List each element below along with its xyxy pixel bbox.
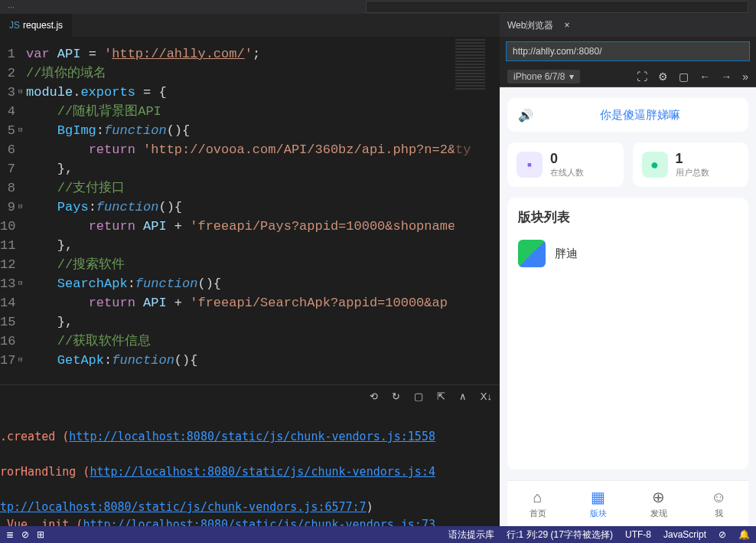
nav-item-2[interactable]: ⊕发现 bbox=[650, 488, 667, 519]
nav-item-1[interactable]: ▦版块 bbox=[590, 488, 607, 519]
stat-number: 1 bbox=[676, 151, 709, 167]
debug-continue-icon[interactable]: ↻ bbox=[392, 391, 400, 402]
status-icon[interactable]: ≣ bbox=[6, 529, 14, 540]
status-icon[interactable]: ⊞ bbox=[37, 529, 44, 540]
stat-label: 用户总数 bbox=[676, 167, 709, 178]
url-input[interactable]: http://ahlly.com/:8080/ bbox=[506, 41, 750, 61]
bell-icon[interactable]: 🔔 bbox=[738, 529, 750, 540]
stat-online[interactable]: ▪ 0 在线人数 bbox=[507, 142, 624, 187]
browser-tab[interactable]: Web浏览器 × bbox=[500, 14, 756, 37]
minimap[interactable] bbox=[454, 37, 500, 384]
stats-row: ▪ 0 在线人数 ● 1 用户总数 bbox=[507, 142, 748, 187]
js-icon: JS bbox=[9, 20, 20, 31]
back-icon[interactable]: ← bbox=[699, 70, 710, 83]
debug-up-icon[interactable]: ∧ bbox=[459, 391, 467, 402]
status-encoding[interactable]: UTF-8 bbox=[625, 529, 651, 540]
notice-text: 你是傻逼胖娣嘛 bbox=[600, 108, 680, 123]
more-icon[interactable]: » bbox=[742, 70, 748, 83]
app-icon bbox=[518, 240, 546, 267]
debug-close-icon[interactable]: X↓ bbox=[481, 391, 492, 402]
forward-icon[interactable]: → bbox=[721, 70, 732, 83]
nav-item-3[interactable]: ☺我 bbox=[711, 489, 726, 519]
notice-bar[interactable]: 🔊 你是傻逼胖娣嘛 bbox=[507, 98, 748, 132]
nav-item-0[interactable]: ⌂首页 bbox=[530, 489, 546, 519]
debug-toolbar: ⟲ ↻ ▢ ⇱ ∧ X↓ bbox=[0, 384, 500, 407]
tab-label: request.js bbox=[23, 20, 63, 31]
top-search-box[interactable] bbox=[366, 1, 748, 13]
list-item[interactable]: 胖迪 bbox=[518, 235, 738, 272]
status-position[interactable]: 行:1 列:29 (17字符被选择) bbox=[507, 528, 613, 541]
stat-number: 0 bbox=[550, 151, 584, 167]
open-external-icon[interactable]: ▢ bbox=[679, 70, 689, 83]
screenshot-icon[interactable]: ⛶ bbox=[637, 70, 647, 83]
status-language[interactable]: JavaScript bbox=[663, 529, 706, 540]
debug-stop-icon[interactable]: ▢ bbox=[414, 391, 423, 402]
browser-panel: Web浏览器 × http://ahlly.com/:8080/ iPhone … bbox=[500, 14, 756, 526]
code-editor[interactable]: 1var API = 'http://ahlly.com/';2//填你的域名3… bbox=[0, 37, 500, 384]
close-icon[interactable]: × bbox=[564, 20, 569, 31]
stat-label: 在线人数 bbox=[550, 167, 584, 178]
status-hint[interactable]: 语法提示库 bbox=[448, 528, 494, 541]
bottom-nav: ⌂首页▦版块⊕发现☺我 bbox=[507, 480, 748, 526]
sound-icon: 🔊 bbox=[518, 108, 533, 123]
device-label: iPhone 6/7/8 bbox=[513, 71, 565, 82]
top-menu-bar: ··· bbox=[0, 0, 756, 14]
status-bar: ≣ ⊘ ⊞ 语法提示库 行:1 列:29 (17字符被选择) UTF-8 Jav… bbox=[0, 526, 756, 543]
browser-tab-label: Web浏览器 bbox=[507, 19, 553, 32]
chevron-down-icon: ▾ bbox=[569, 71, 574, 82]
device-toolbar: iPhone 6/7/8 ▾ ⛶ ⚙ ▢ ← → » bbox=[500, 66, 756, 87]
file-tab[interactable]: JS request.js bbox=[0, 14, 72, 37]
list-item-label: 胖迪 bbox=[555, 247, 578, 261]
users-icon: ● bbox=[642, 152, 668, 178]
section-title: 版块列表 bbox=[518, 208, 738, 226]
debug-export-icon[interactable]: ⇱ bbox=[437, 391, 445, 402]
terminal-panel[interactable]: .created (http://localhost:8080/static/j… bbox=[0, 407, 500, 526]
device-viewport: 🔊 你是傻逼胖娣嘛 ▪ 0 在线人数 ● 1 用户总数 bbox=[500, 87, 756, 526]
notification-icon[interactable]: ⊘ bbox=[719, 529, 726, 540]
menu-item[interactable]: ··· bbox=[8, 2, 15, 11]
online-icon: ▪ bbox=[516, 152, 543, 178]
editor-tab-bar: JS request.js bbox=[0, 14, 500, 37]
debug-restart-icon[interactable]: ⟲ bbox=[370, 391, 378, 402]
device-selector[interactable]: iPhone 6/7/8 ▾ bbox=[507, 70, 580, 83]
status-icon[interactable]: ⊘ bbox=[21, 529, 29, 540]
stat-users[interactable]: ● 1 用户总数 bbox=[633, 142, 749, 187]
url-text: http://ahlly.com/:8080/ bbox=[513, 46, 602, 57]
section-list: 版块列表 胖迪 bbox=[507, 198, 748, 469]
settings-icon[interactable]: ⚙ bbox=[658, 70, 668, 83]
